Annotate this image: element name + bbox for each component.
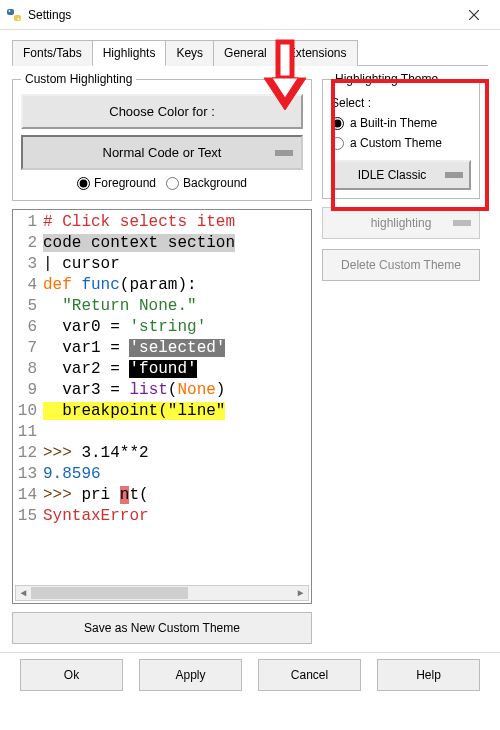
line-number: 5 <box>13 296 43 317</box>
code-content: var3 = list(None) <box>43 380 311 401</box>
tab-extensions[interactable]: Extensions <box>277 40 358 66</box>
code-line[interactable]: 7 var1 = 'selected' <box>13 338 311 359</box>
cancel-button[interactable]: Cancel <box>258 659 361 691</box>
background-radio[interactable]: Background <box>166 176 247 190</box>
code-line[interactable]: 14>>> pri nt( <box>13 485 311 506</box>
code-line[interactable]: 6 var0 = 'string' <box>13 317 311 338</box>
app-icon <box>6 7 22 23</box>
choose-color-button[interactable]: Choose Color for : <box>21 94 303 129</box>
code-content: | cursor <box>43 254 311 275</box>
line-number: 10 <box>13 401 43 422</box>
line-number: 9 <box>13 380 43 401</box>
code-line[interactable]: 1# Click selects item <box>13 212 311 233</box>
code-content: 9.8596 <box>43 464 311 485</box>
svg-point-3 <box>18 18 20 20</box>
code-line[interactable]: 139.8596 <box>13 464 311 485</box>
code-content: def func(param): <box>43 275 311 296</box>
theme-dropdown[interactable]: IDLE Classic <box>331 160 471 190</box>
line-number: 8 <box>13 359 43 380</box>
horizontal-scrollbar[interactable]: ◄ ► <box>15 585 309 601</box>
line-number: 7 <box>13 338 43 359</box>
code-line[interactable]: 4def func(param): <box>13 275 311 296</box>
code-content: SyntaxError <box>43 506 311 527</box>
close-button[interactable] <box>454 3 494 27</box>
builtin-theme-radio[interactable]: a Built-in Theme <box>331 116 471 130</box>
ok-button[interactable]: Ok <box>20 659 123 691</box>
scroll-right-icon[interactable]: ► <box>293 583 308 604</box>
custom-theme-label: a Custom Theme <box>350 136 442 150</box>
code-content: breakpoint("line" <box>43 401 311 422</box>
svg-rect-1 <box>14 15 21 21</box>
code-sample-box[interactable]: 1# Click selects item 2code context sect… <box>12 209 312 604</box>
select-label: Select : <box>331 96 471 110</box>
background-label: Background <box>183 176 247 190</box>
line-number: 1 <box>13 212 43 233</box>
help-button[interactable]: Help <box>377 659 480 691</box>
delete-custom-theme-button: Delete Custom Theme <box>322 249 480 281</box>
line-number: 6 <box>13 317 43 338</box>
code-line[interactable]: 15SyntaxError <box>13 506 311 527</box>
highlighting-theme-group: Highlighting Theme Select : a Built-in T… <box>322 72 480 199</box>
delete-custom-theme-label: Delete Custom Theme <box>341 258 461 272</box>
builtin-theme-label: a Built-in Theme <box>350 116 437 130</box>
line-number: 3 <box>13 254 43 275</box>
window-title: Settings <box>28 8 71 22</box>
code-line[interactable]: 3| cursor <box>13 254 311 275</box>
scroll-left-icon[interactable]: ◄ <box>16 583 31 604</box>
close-icon <box>469 10 479 20</box>
code-line[interactable]: 12>>> 3.14**2 <box>13 443 311 464</box>
custom-highlighting-group: Custom Highlighting Choose Color for : N… <box>12 72 312 201</box>
code-content: # Click selects item <box>43 212 311 233</box>
line-number: 11 <box>13 422 43 443</box>
code-content: >>> 3.14**2 <box>43 443 311 464</box>
scroll-thumb[interactable] <box>31 587 188 599</box>
custom-highlighting-legend: Custom Highlighting <box>21 72 136 86</box>
highlighting-button-label: highlighting <box>371 216 432 230</box>
title-bar: Settings <box>0 0 500 30</box>
apply-button[interactable]: Apply <box>139 659 242 691</box>
tab-general[interactable]: General <box>213 40 278 66</box>
highlighting-theme-legend: Highlighting Theme <box>331 72 442 86</box>
code-line[interactable]: 8 var2 = 'found' <box>13 359 311 380</box>
code-line[interactable]: 2code context section <box>13 233 311 254</box>
dropdown-indicator-icon <box>445 172 463 178</box>
svg-point-2 <box>9 10 11 12</box>
code-content: var0 = 'string' <box>43 317 311 338</box>
line-number: 4 <box>13 275 43 296</box>
foreground-radio[interactable]: Foreground <box>77 176 156 190</box>
code-content: var1 = 'selected' <box>43 338 311 359</box>
code-content: code context section <box>43 233 311 254</box>
tab-bar: Fonts/TabsHighlightsKeysGeneralExtension… <box>0 30 500 66</box>
element-select-button[interactable]: Normal Code or Text <box>21 135 303 170</box>
code-line[interactable]: 10 breakpoint("line" <box>13 401 311 422</box>
custom-theme-radio[interactable]: a Custom Theme <box>331 136 471 150</box>
dialog-button-row: Ok Apply Cancel Help <box>0 652 500 703</box>
line-number: 13 <box>13 464 43 485</box>
dropdown-indicator-icon <box>275 150 293 156</box>
dropdown-indicator-icon <box>453 220 471 226</box>
code-content <box>43 422 311 443</box>
code-content: >>> pri nt( <box>43 485 311 506</box>
tab-highlights[interactable]: Highlights <box>92 40 167 66</box>
theme-dropdown-value: IDLE Classic <box>339 168 445 182</box>
line-number: 2 <box>13 233 43 254</box>
tab-keys[interactable]: Keys <box>165 40 214 66</box>
svg-rect-0 <box>7 9 14 15</box>
code-content: "Return None." <box>43 296 311 317</box>
line-number: 14 <box>13 485 43 506</box>
line-number: 12 <box>13 443 43 464</box>
foreground-label: Foreground <box>94 176 156 190</box>
code-content: var2 = 'found' <box>43 359 311 380</box>
highlighting-button: highlighting <box>322 207 480 239</box>
save-as-new-theme-button[interactable]: Save as New Custom Theme <box>12 612 312 644</box>
code-line[interactable]: 11 <box>13 422 311 443</box>
code-line[interactable]: 5 "Return None." <box>13 296 311 317</box>
element-select-label: Normal Code or Text <box>103 145 222 160</box>
tab-fonts-tabs[interactable]: Fonts/Tabs <box>12 40 93 66</box>
line-number: 15 <box>13 506 43 527</box>
code-line[interactable]: 9 var3 = list(None) <box>13 380 311 401</box>
